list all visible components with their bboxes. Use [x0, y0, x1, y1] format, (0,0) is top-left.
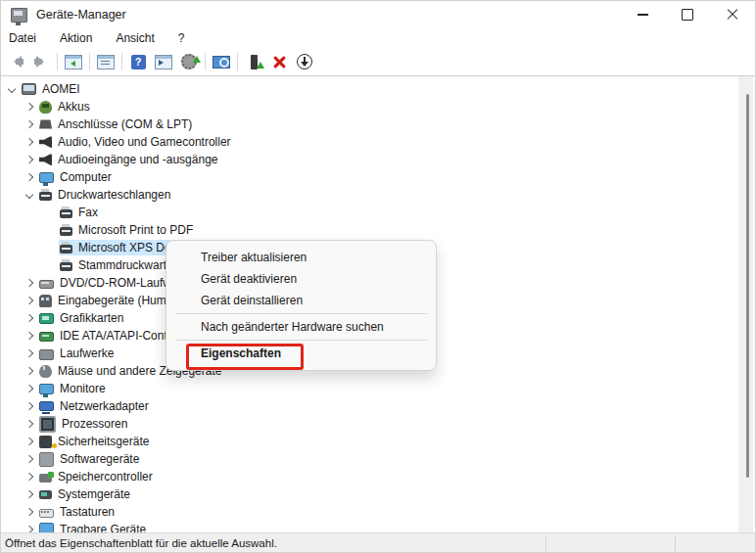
show-console-tree-button[interactable] — [61, 50, 86, 73]
row-content[interactable]: Prozessoren — [38, 415, 130, 434]
tree-item-fax[interactable]: Fax — [1, 204, 740, 221]
tree-item-computer[interactable]: Computer — [1, 168, 740, 186]
printer-icon — [60, 262, 72, 271]
context-menu-item-nach-geänderter-hardware-suchen[interactable]: Nach geänderter Hardware suchen — [166, 316, 436, 338]
cpu-icon — [39, 416, 56, 433]
disable-device-button[interactable] — [292, 50, 317, 73]
tree-item-label: Akkus — [58, 100, 90, 114]
search-computer-icon — [213, 56, 230, 69]
tree-item-anschlüsse-com-lpt[interactable]: Anschlüsse (COM & LPT) — [1, 115, 740, 133]
tree-item-label: Tastaturen — [60, 505, 115, 519]
title-bar: Geräte-Manager — [1, 1, 755, 28]
speaker-icon — [39, 154, 52, 166]
tree-item-akkus[interactable]: Akkus — [1, 98, 740, 115]
chevron-right-icon[interactable] — [21, 362, 38, 380]
hid-icon — [39, 295, 52, 307]
tree-item-microsoft-print-to-pdf[interactable]: Microsoft Print to PDF — [1, 221, 740, 239]
context-menu-item-treiber-aktualisieren[interactable]: Treiber aktualisieren — [166, 247, 436, 268]
minimize-button[interactable] — [620, 1, 665, 28]
update-driver-icon — [251, 55, 258, 69]
scrollbar-thumb[interactable] — [746, 94, 749, 478]
tree-item-netzwerkadapter[interactable]: Netzwerkadapter — [1, 397, 740, 415]
row-content[interactable]: AOMEI — [21, 81, 83, 97]
context-menu-item-gerät-deaktivieren[interactable]: Gerät deaktivieren — [166, 268, 436, 290]
help-button[interactable] — [125, 50, 151, 73]
row-content[interactable]: Fax — [59, 205, 101, 220]
chevron-right-icon[interactable] — [21, 485, 38, 503]
row-content[interactable]: Computer — [38, 169, 115, 185]
chevron-right-icon[interactable] — [21, 503, 38, 521]
chevron-right-icon[interactable] — [21, 397, 38, 415]
vertical-scrollbar[interactable] — [738, 76, 753, 535]
row-content[interactable]: Netzwerkadapter — [38, 398, 152, 414]
battery-icon — [39, 101, 52, 114]
tree-item-speichercontroller[interactable]: Speichercontroller — [1, 468, 740, 485]
tree-item-audio-video-und-gamecontroller[interactable]: Audio, Video und Gamecontroller — [1, 133, 740, 151]
tree-item-prozessoren[interactable]: Prozessoren — [1, 415, 740, 433]
monitor-icon — [39, 172, 54, 183]
row-content[interactable]: Softwaregeräte — [38, 451, 142, 468]
tree-item-systemgeräte[interactable]: Systemgeräte — [1, 485, 740, 503]
context-menu-item-gerät-deinstallieren[interactable]: Gerät deinstallieren — [166, 290, 436, 311]
row-content[interactable]: Laufwerke — [38, 346, 117, 361]
chevron-right-icon[interactable] — [21, 274, 38, 292]
chevron-right-icon[interactable] — [21, 327, 38, 345]
row-content[interactable]: Microsoft Print to PDF — [59, 222, 196, 238]
chevron-right-icon[interactable] — [21, 468, 38, 485]
search-computer-button[interactable] — [209, 50, 234, 73]
chevron-right-icon[interactable] — [21, 115, 38, 133]
tree-item-tastaturen[interactable]: Tastaturen — [1, 503, 740, 521]
row-content[interactable]: Monitore — [38, 381, 109, 396]
chevron-right-icon[interactable] — [21, 345, 38, 362]
device-manager-icon — [11, 8, 27, 23]
chevron-right-icon[interactable] — [21, 309, 38, 327]
chevron-right-icon[interactable] — [21, 292, 38, 309]
scan-hardware-changes-button[interactable] — [176, 50, 202, 73]
chevron-right-icon[interactable] — [21, 433, 38, 450]
chevron-right-icon[interactable] — [21, 450, 38, 468]
properties-button[interactable] — [93, 50, 118, 73]
tree-item-softwaregeräte[interactable]: Softwaregeräte — [1, 450, 740, 468]
tree-item-label: Druckwarteschlangen — [58, 188, 170, 202]
tree-item-label: Softwaregeräte — [60, 452, 139, 466]
menu-ansicht[interactable]: Ansicht — [116, 31, 154, 45]
chevron-down-icon[interactable] — [3, 80, 21, 98]
tree-item-sicherheitsgeräte[interactable]: Sicherheitsgeräte — [1, 433, 740, 450]
tree-item-monitore[interactable]: Monitore — [1, 380, 740, 397]
chevron-right-icon[interactable] — [21, 168, 38, 186]
tree-item-druckwarteschlangen[interactable]: Druckwarteschlangen — [1, 186, 740, 204]
row-content[interactable]: Akkus — [38, 99, 93, 115]
toolbar-separator — [205, 53, 206, 70]
uninstall-device-button[interactable] — [266, 50, 292, 73]
menu-datei[interactable]: Datei — [9, 31, 36, 45]
row-content[interactable]: Druckwarteschlangen — [38, 187, 173, 203]
row-content[interactable]: Sicherheitsgeräte — [38, 434, 152, 449]
chevron-right-icon[interactable] — [21, 151, 38, 168]
chevron-right-icon[interactable] — [21, 415, 38, 433]
update-driver-button[interactable] — [241, 50, 266, 73]
tree-item-label: Audioeingänge und -ausgänge — [58, 153, 217, 166]
menu-hilfe[interactable]: ? — [178, 31, 185, 45]
menu-aktion[interactable]: Aktion — [60, 31, 92, 45]
chevron-right-icon[interactable] — [21, 380, 38, 397]
row-content[interactable]: Audioeingänge und -ausgänge — [38, 152, 220, 167]
row-content[interactable]: Tastaturen — [38, 504, 118, 520]
context-menu-item-eigenschaften[interactable]: Eigenschaften — [166, 343, 436, 364]
maximize-button[interactable] — [665, 1, 710, 28]
export-list-button[interactable] — [151, 50, 176, 73]
back-button[interactable] — [3, 50, 28, 73]
row-content[interactable]: Speichercontroller — [38, 469, 156, 484]
chevron-down-icon[interactable] — [21, 186, 38, 204]
tree-item-aomei[interactable]: AOMEI — [1, 80, 740, 98]
keyboard-icon — [39, 509, 54, 518]
close-button[interactable] — [710, 1, 755, 28]
forward-button[interactable] — [28, 50, 54, 73]
chevron-right-icon[interactable] — [21, 98, 38, 115]
row-content[interactable]: Systemgeräte — [38, 486, 133, 502]
chevron-right-icon[interactable] — [21, 133, 38, 151]
row-content[interactable]: Anschlüsse (COM & LPT) — [38, 116, 195, 132]
row-content[interactable]: Audio, Video und Gamecontroller — [38, 134, 234, 150]
tree-item-audioeingänge-und-ausgänge[interactable]: Audioeingänge und -ausgänge — [1, 151, 740, 168]
status-text: Öffnet das Eigenschaftenblatt für die ak… — [1, 537, 277, 549]
row-content[interactable]: Grafikkarten — [38, 310, 126, 326]
